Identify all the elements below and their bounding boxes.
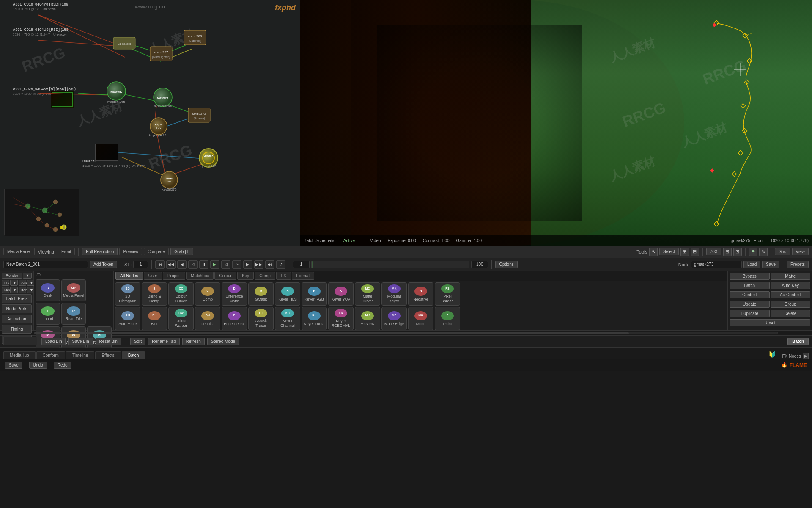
tab-mediahub[interactable]: MediaHub	[3, 351, 36, 359]
view-icon-2[interactable]: ⊟	[691, 248, 699, 256]
tab-project[interactable]: Project	[163, 272, 185, 280]
full-resolution-button[interactable]: Full Resolution	[82, 248, 118, 255]
presets-button[interactable]: Presets	[787, 261, 809, 268]
load-node-button[interactable]: Load	[743, 261, 760, 268]
tab-format[interactable]: Format	[292, 272, 315, 280]
node-keyer-hls[interactable]: K Keyer HLS	[275, 282, 300, 306]
node-keyer-yuv[interactable]: K Keyer YUV	[328, 282, 354, 306]
minimap[interactable]	[4, 189, 78, 235]
undo-button[interactable]: Undo	[29, 362, 47, 369]
node-blur[interactable]: BL Blur	[142, 307, 167, 330]
batch-right-button[interactable]: Batch	[787, 338, 809, 345]
next-field-button[interactable]: ⊳	[232, 260, 241, 269]
save-bin-button[interactable]: Save Bin	[68, 338, 93, 345]
loop-button[interactable]: ↺	[276, 260, 285, 269]
save-dropdown-button[interactable]: Save	[19, 280, 26, 286]
group-button[interactable]: Group	[771, 301, 811, 308]
tab-colour[interactable]: Colour	[214, 272, 236, 280]
cursor-tool-icon[interactable]: ↖	[649, 248, 658, 256]
view-icon-1[interactable]: ⊞	[680, 248, 689, 256]
node-matte-curves[interactable]: MC Matte Curves	[355, 282, 380, 306]
load-dropdown-button[interactable]: Load	[2, 280, 9, 286]
redo-button[interactable]: Redo	[54, 362, 71, 369]
tab-batch[interactable]: Batch	[122, 351, 145, 359]
tab-fx[interactable]: FX	[276, 272, 291, 280]
tab-key[interactable]: Key	[237, 272, 254, 280]
select-button[interactable]: Select	[659, 248, 679, 255]
node-prefs-button[interactable]: Node Prefs	[2, 304, 32, 313]
tab-user[interactable]: User	[144, 272, 162, 280]
pause-button[interactable]: ⏸	[199, 260, 208, 269]
tab-effects[interactable]: Effects	[95, 351, 121, 359]
add-token-button[interactable]: Add Token	[90, 261, 117, 268]
animation-button[interactable]: Animation	[2, 315, 32, 323]
render-dropdown-button[interactable]: Render	[2, 273, 22, 279]
iterate-dropdown-button[interactable]: Iterate	[19, 287, 26, 293]
compare-button[interactable]: Compare	[144, 248, 169, 255]
bypass-button[interactable]: Bypass	[730, 273, 770, 280]
update-button[interactable]: Update	[730, 301, 770, 308]
frame-number-input[interactable]	[293, 261, 310, 268]
timing-button[interactable]: Timing	[2, 325, 32, 334]
node-difference-matte[interactable]: D Difference Matte	[222, 282, 247, 306]
zoom-level-button[interactable]: 70X	[706, 248, 721, 255]
save-node-button[interactable]: Save	[762, 261, 779, 268]
batch-name-input[interactable]	[3, 261, 88, 268]
node-matte-edge[interactable]: ME Matte Edge	[381, 307, 407, 330]
node-denoise[interactable]: DN Denoise	[195, 307, 220, 330]
tab-conform[interactable]: Conform	[36, 351, 65, 359]
stereo-mode-button[interactable]: Stereo Mode	[207, 338, 239, 345]
matte-button[interactable]: Matte	[771, 273, 811, 280]
prev-field-button[interactable]: ⊲	[188, 260, 198, 269]
batch-prefs-button[interactable]: Batch Prefs	[2, 294, 32, 303]
new-dropdown-button[interactable]: New	[2, 287, 9, 293]
node-pixel-spread[interactable]: PS Pixel Spread	[435, 282, 460, 306]
load-arrow-button[interactable]: ▼	[10, 280, 18, 286]
rename-tab-button[interactable]: Rename Tab	[148, 338, 180, 345]
go-end-button[interactable]: ⏭	[265, 260, 274, 269]
node-negative[interactable]: N Negative	[408, 282, 433, 306]
preview-button[interactable]: Preview	[119, 248, 142, 255]
channel-pencil-icon[interactable]: ✎	[759, 248, 768, 256]
delete-button[interactable]: Delete	[771, 310, 811, 317]
node-masterk[interactable]: MK MasterK	[355, 307, 380, 330]
node-colour-warper[interactable]: CW Colour Warper	[168, 307, 194, 330]
media-panel-node-button[interactable]: MP Media Panel	[61, 279, 86, 301]
zoom-fit-icon[interactable]: ⊞	[723, 248, 732, 256]
tab-matchbox[interactable]: Matchbox	[186, 272, 214, 280]
grid-button[interactable]: Grid	[775, 248, 790, 255]
read-file-node-button[interactable]: R Read File	[61, 303, 86, 325]
node-paint[interactable]: P Paint	[435, 307, 460, 330]
desk-node-button[interactable]: D Desk	[36, 279, 60, 301]
auto-key-button[interactable]: Auto Key	[771, 282, 811, 289]
node-2d-histogram[interactable]: 2D 2D Histogram	[115, 282, 140, 306]
play-rev-button[interactable]: ◁	[221, 260, 230, 269]
reset-bin-button[interactable]: Reset Bin	[96, 338, 121, 345]
save-status-button[interactable]: Save	[5, 362, 22, 369]
next-frame-button[interactable]: ▶	[243, 260, 252, 269]
sf-value-input[interactable]	[133, 261, 148, 268]
node-blend-comp[interactable]: B Blend & Comp	[142, 282, 167, 306]
refresh-button[interactable]: Refresh	[182, 338, 205, 345]
render-arrow-button[interactable]: ▼	[23, 273, 32, 279]
go-start-button[interactable]: ⏮	[155, 260, 165, 269]
node-keyer-channel[interactable]: KC Keyer Channel	[275, 307, 300, 330]
view-button[interactable]: View	[792, 248, 809, 255]
options-button[interactable]: Options	[495, 261, 517, 268]
node-colour-curves[interactable]: CC Colour Curves	[168, 282, 194, 306]
node-edge-detect[interactable]: E Edge Detect	[222, 307, 247, 330]
fx-nodes-arrow[interactable]: ▶	[803, 353, 809, 359]
prev-key-button[interactable]: ◀◀	[166, 260, 176, 269]
nav-icon[interactable]: 🔰	[766, 350, 778, 359]
front-button[interactable]: Front	[58, 248, 75, 255]
au-context-button[interactable]: Au Context	[771, 291, 811, 298]
node-keyer-rgb[interactable]: K Keyer RGB	[302, 282, 327, 306]
palette-scrollbar[interactable]	[34, 332, 778, 334]
prev-frame-button[interactable]: ◀	[177, 260, 187, 269]
next-key-button[interactable]: ▶▶	[254, 260, 263, 269]
node-mono[interactable]: MO Mono	[408, 307, 433, 330]
node-gmask-tracer[interactable]: GT GMask Tracer	[248, 307, 274, 330]
zoom-actual-icon[interactable]: ⊡	[733, 248, 742, 256]
node-modular-keyer[interactable]: MK Modular Keyer	[381, 282, 407, 306]
frame-end-input[interactable]	[471, 261, 488, 268]
